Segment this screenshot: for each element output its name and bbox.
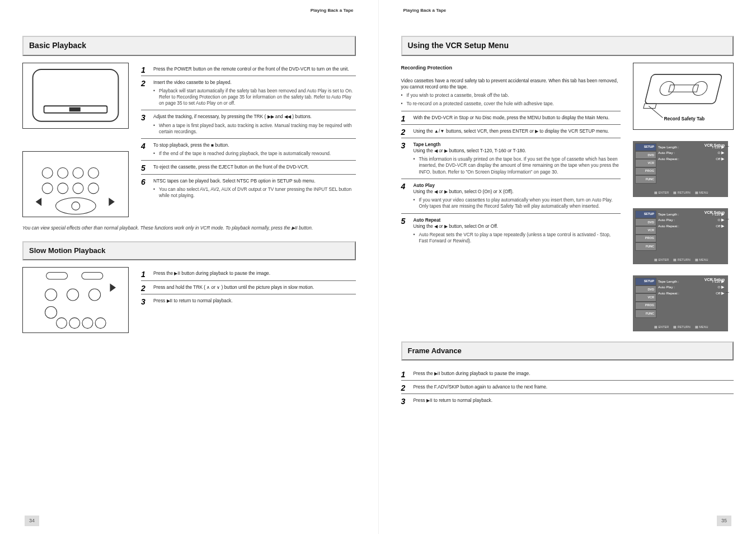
svg-point-23 bbox=[82, 318, 93, 329]
svg-point-20 bbox=[45, 307, 57, 318]
svg-point-13 bbox=[55, 198, 96, 214]
page-number: 34 bbox=[25, 516, 39, 526]
step-text: NTSC tapes can be played back. Select NT… bbox=[153, 178, 315, 184]
step-text: Using the ▲/▼ buttons, select VCR, then … bbox=[414, 128, 609, 134]
svg-marker-25 bbox=[110, 284, 116, 292]
section-label: Playing Back a Tape bbox=[403, 8, 447, 13]
step-text: Press the F.ADV/SKIP button again to adv… bbox=[414, 384, 548, 390]
heading-frame-advance: Frame Advance bbox=[401, 341, 734, 360]
svg-point-9 bbox=[73, 182, 83, 193]
svg-point-10 bbox=[88, 182, 98, 193]
section-label: Playing Back a Tape bbox=[311, 8, 354, 13]
step-text: Using the ◀ or ▶ button, select On or Of… bbox=[414, 223, 499, 229]
svg-point-27 bbox=[659, 81, 676, 95]
svg-point-5 bbox=[73, 167, 83, 178]
step-text: Press the ▶II button during playback to … bbox=[153, 270, 270, 276]
step-text: To stop playback, press the ■ button. bbox=[153, 142, 229, 148]
slow-motion-steps: 1Press the ▶II button during playback to… bbox=[141, 267, 356, 333]
svg-rect-30 bbox=[644, 104, 656, 108]
playback-intro: You can view special effects other than … bbox=[22, 225, 356, 232]
heading-vcr-setup-menu: Using the VCR Setup Menu bbox=[401, 36, 734, 56]
svg-point-3 bbox=[42, 167, 53, 178]
svg-point-8 bbox=[57, 182, 68, 193]
svg-rect-26 bbox=[645, 74, 722, 104]
svg-point-28 bbox=[691, 81, 708, 95]
svg-point-21 bbox=[56, 318, 67, 329]
svg-point-22 bbox=[69, 318, 79, 329]
svg-point-6 bbox=[88, 167, 98, 178]
vcr-setup-menu-screenshot-2: VCR Setup SETUP DVD VCR PROG FUNC Tape L… bbox=[633, 208, 728, 264]
svg-text:Record Safety Tab: Record Safety Tab bbox=[664, 115, 705, 121]
step-text: Press and hold the TRK ( ∧ or ∨ ) button… bbox=[153, 284, 314, 290]
step-text: Insert the video cassette to be played. bbox=[153, 79, 232, 85]
recording-protection-subhead: Recording Protection bbox=[401, 65, 621, 71]
remote-illustration-1 bbox=[22, 151, 129, 217]
vcr-setup-menu-screenshot-3: VCR Setup SETUP DVD VCR PROG FUNC Tape L… bbox=[633, 275, 728, 331]
svg-point-19 bbox=[88, 289, 100, 301]
svg-point-7 bbox=[42, 182, 53, 193]
step-text: Using the ◀ or ▶ buttons, select T-120, … bbox=[414, 148, 527, 153]
heading-slow-motion: Slow Motion Playback bbox=[22, 241, 356, 260]
step-text: Using the ◀ or ▶ button, select O (On) o… bbox=[414, 189, 514, 194]
svg-rect-2 bbox=[69, 107, 81, 112]
svg-point-17 bbox=[45, 289, 57, 301]
svg-rect-15 bbox=[46, 273, 67, 280]
svg-point-18 bbox=[67, 289, 78, 301]
svg-point-14 bbox=[72, 202, 80, 210]
page-number: 35 bbox=[717, 516, 731, 526]
step-text: Adjust the tracking, if necessary, by pr… bbox=[153, 114, 312, 119]
vcr-setup-steps: Recording Protection Video cassettes hav… bbox=[401, 63, 621, 331]
step-text: Press the POWER button on the remote con… bbox=[153, 66, 349, 72]
vcr-slot-illustration bbox=[22, 63, 129, 129]
svg-marker-11 bbox=[35, 198, 41, 206]
step-text: To eject the cassette, press the EJECT b… bbox=[153, 164, 309, 170]
svg-point-24 bbox=[95, 318, 106, 329]
svg-rect-16 bbox=[82, 273, 103, 280]
cassette-illustration: Record Safety Tab bbox=[633, 63, 734, 130]
step-text: Press ▶II to return to normal playback. bbox=[414, 397, 493, 403]
page-left: Playing Back a Tape Basic Playback bbox=[0, 0, 378, 534]
remote-illustration-2 bbox=[22, 267, 129, 333]
heading-basic-playback: Basic Playback bbox=[22, 36, 356, 56]
svg-point-4 bbox=[57, 167, 68, 178]
step-text: Press the ▶II button during playback to … bbox=[414, 371, 530, 376]
step-text: Press ▶II to return to normal playback. bbox=[153, 298, 233, 303]
basic-playback-steps: 1Press the POWER button on the remote co… bbox=[141, 63, 356, 217]
svg-line-31 bbox=[649, 106, 663, 118]
vcr-setup-menu-screenshot-1: VCR Setup SETUP DVD VCR PROG FUNC Tape L… bbox=[633, 141, 728, 197]
svg-marker-12 bbox=[109, 198, 115, 206]
page-right: Playing Back a Tape Using the VCR Setup … bbox=[378, 0, 757, 534]
svg-rect-0 bbox=[33, 69, 119, 121]
frame-advance-steps: 1Press the ▶II button during playback to… bbox=[401, 367, 734, 407]
step-text: With the DVD-VCR in Stop or No Disc mode… bbox=[414, 115, 609, 120]
